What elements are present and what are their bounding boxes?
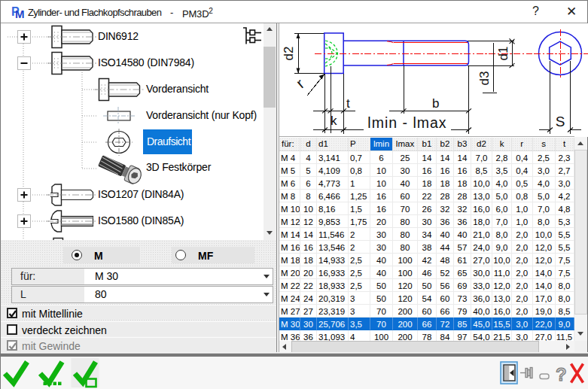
svg-text:r: r bbox=[293, 75, 308, 91]
svg-text:d1: d1 bbox=[496, 47, 510, 61]
svg-text:?: ? bbox=[556, 364, 567, 384]
svg-text:t: t bbox=[346, 96, 350, 111]
svg-text:k: k bbox=[331, 114, 337, 128]
svg-text:b: b bbox=[432, 96, 439, 111]
svg-text:S: S bbox=[556, 114, 565, 129]
svg-text:d2: d2 bbox=[282, 47, 296, 61]
svg-text:lmin - lmax: lmin - lmax bbox=[367, 114, 446, 131]
svg-text:d3: d3 bbox=[477, 71, 492, 86]
